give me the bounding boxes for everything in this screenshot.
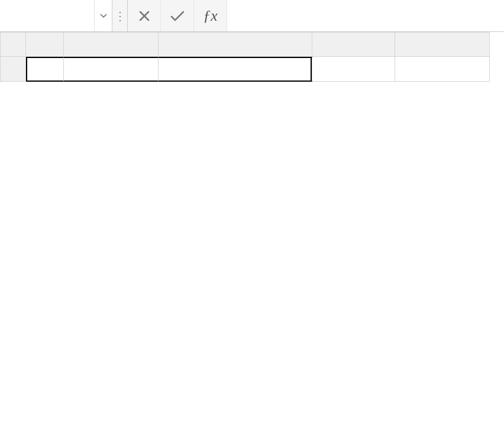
insert-function-button[interactable]: ƒx (194, 0, 227, 31)
expand-handle-icon[interactable]: ⋮ (112, 0, 128, 31)
cancel-formula-button[interactable] (128, 0, 161, 31)
header-dept[interactable] (159, 57, 312, 82)
cell-empty[interactable] (312, 57, 395, 82)
column-header[interactable] (312, 32, 395, 57)
formula-input[interactable] (227, 0, 504, 31)
accept-formula-button[interactable] (161, 0, 194, 31)
row-header[interactable] (0, 57, 26, 82)
spreadsheet-grid[interactable] (0, 32, 504, 82)
header-number[interactable] (26, 57, 64, 82)
cell-empty[interactable] (395, 57, 490, 82)
formula-bar: ⋮ ƒx (0, 0, 504, 32)
column-header[interactable] (159, 32, 312, 57)
name-box[interactable] (0, 0, 112, 31)
column-header[interactable] (26, 32, 64, 57)
column-header[interactable] (395, 32, 490, 57)
column-header[interactable] (64, 32, 159, 57)
header-car[interactable] (64, 57, 159, 82)
chevron-down-icon[interactable] (94, 0, 112, 31)
select-all-corner[interactable] (0, 32, 26, 57)
